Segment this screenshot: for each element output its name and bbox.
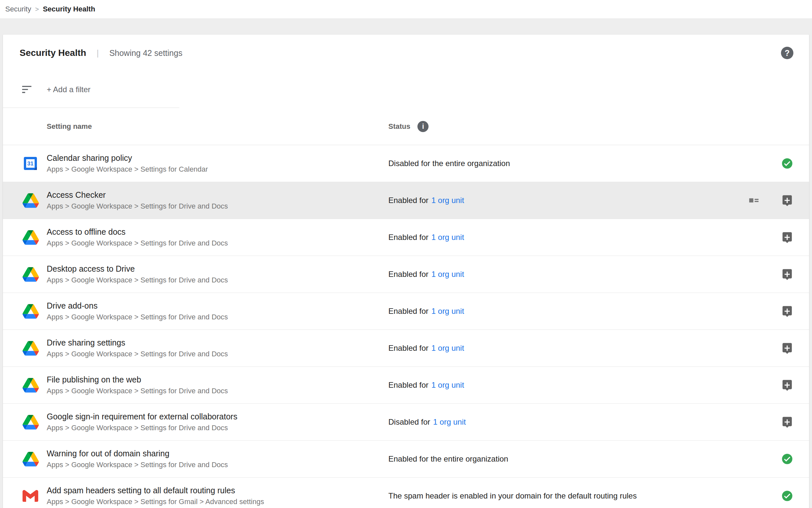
setting-path: Apps > Google Workspace > Settings for D…: [47, 424, 388, 432]
breadcrumb-current: Security Health: [43, 5, 95, 13]
status-text: Disabled for the entire organization: [388, 159, 510, 168]
add-badge-icon[interactable]: [781, 305, 794, 318]
status-link[interactable]: 1 org unit: [431, 381, 464, 390]
status-link[interactable]: 1 org unit: [431, 196, 464, 205]
status-text: Enabled for: [388, 344, 429, 353]
status-link[interactable]: 1 org unit: [431, 270, 464, 279]
status-text: Enabled for: [388, 196, 429, 205]
setting-name: Drive sharing settings: [47, 338, 388, 347]
settings-count-label: Showing 42 settings: [109, 48, 183, 58]
status-text: The spam header is enabled in your domai…: [388, 491, 636, 501]
setting-name: Add spam headers setting to all default …: [47, 485, 388, 495]
drive-icon: [22, 341, 39, 356]
setting-path: Apps > Google Workspace > Settings for D…: [47, 202, 388, 211]
setting-name: Access Checker: [47, 190, 388, 200]
table-row[interactable]: Desktop access to Drive Apps > Google Wo…: [3, 256, 809, 293]
add-badge-icon[interactable]: [781, 379, 794, 391]
table-row[interactable]: Google sign-in requirement for external …: [3, 404, 809, 441]
drive-icon: [22, 415, 39, 429]
check-circle-icon: [781, 490, 794, 502]
status-text: Enabled for: [388, 381, 429, 390]
filter-icon[interactable]: [20, 84, 33, 95]
check-circle-icon: [781, 453, 794, 465]
setting-name: Warning for out of domain sharing: [47, 449, 388, 458]
table-row[interactable]: Add spam headers setting to all default …: [3, 478, 809, 508]
table-row[interactable]: Drive sharing settings Apps > Google Wor…: [3, 330, 809, 367]
table-row[interactable]: Warning for out of domain sharing Apps >…: [3, 441, 809, 478]
status-text: Enabled for: [388, 233, 429, 242]
status-text: Disabled for: [388, 417, 430, 427]
gmail-icon: [22, 488, 38, 504]
add-badge-icon[interactable]: [781, 231, 794, 244]
status-link[interactable]: 1 org unit: [431, 233, 464, 242]
help-icon[interactable]: ?: [781, 47, 794, 59]
status-text: Enabled for: [388, 307, 429, 316]
add-badge-icon[interactable]: [781, 416, 794, 428]
status-link[interactable]: 1 org unit: [433, 417, 466, 427]
setting-name: Access to offline docs: [47, 227, 388, 237]
status-text: Enabled for: [388, 270, 429, 279]
settings-table-body: 31 Calendar sharing policy Apps > Google…: [3, 145, 809, 508]
column-status: Status: [388, 122, 410, 131]
add-badge-icon[interactable]: [781, 268, 794, 281]
add-filter-button[interactable]: + Add a filter: [47, 85, 91, 94]
setting-path: Apps > Google Workspace > Settings for D…: [47, 276, 388, 284]
breadcrumb-separator: >: [35, 6, 39, 13]
setting-path: Apps > Google Workspace > Settings for G…: [47, 498, 388, 506]
breadcrumb-parent[interactable]: Security: [5, 5, 31, 13]
org-units-icon: [748, 194, 760, 207]
setting-name: Calendar sharing policy: [47, 153, 388, 163]
setting-path: Apps > Google Workspace > Settings for D…: [47, 350, 388, 358]
setting-name: Google sign-in requirement for external …: [47, 412, 388, 421]
card-header: Security Health | Showing 42 settings ?: [3, 35, 809, 71]
drive-icon: [22, 267, 39, 282]
status-info-icon[interactable]: i: [418, 121, 429, 132]
table-row[interactable]: Access to offline docs Apps > Google Wor…: [3, 219, 809, 256]
breadcrumb: Security > Security Health: [0, 0, 812, 18]
svg-text:31: 31: [28, 161, 34, 167]
setting-path: Apps > Google Workspace > Settings for D…: [47, 239, 388, 248]
page-title: Security Health: [19, 48, 86, 58]
drive-icon: [22, 230, 39, 245]
drive-icon: [22, 452, 39, 466]
column-setting-name: Setting name: [47, 122, 92, 130]
add-badge-icon[interactable]: [781, 342, 794, 354]
table-row[interactable]: File publishing on the web Apps > Google…: [3, 367, 809, 404]
table-row[interactable]: Drive add-ons Apps > Google Workspace > …: [3, 293, 809, 330]
calendar-icon: 31: [22, 156, 38, 171]
setting-name: Desktop access to Drive: [47, 264, 388, 273]
table-row[interactable]: Access Checker Apps > Google Workspace >…: [3, 182, 809, 219]
setting-name: Drive add-ons: [47, 301, 388, 310]
setting-path: Apps > Google Workspace > Settings for D…: [47, 387, 388, 395]
setting-path: Apps > Google Workspace > Settings for C…: [47, 165, 388, 174]
check-circle-icon: [781, 157, 794, 170]
status-link[interactable]: 1 org unit: [431, 344, 464, 353]
drive-icon: [22, 304, 39, 319]
security-health-card: Security Health | Showing 42 settings ? …: [3, 35, 809, 508]
setting-path: Apps > Google Workspace > Settings for D…: [47, 313, 388, 321]
setting-name: File publishing on the web: [47, 375, 388, 384]
title-divider: |: [97, 48, 99, 58]
settings-table-header: Setting name Status i: [3, 108, 809, 145]
drive-icon: [22, 378, 39, 393]
drive-icon: [22, 193, 39, 208]
setting-path: Apps > Google Workspace > Settings for D…: [47, 461, 388, 469]
filter-bar: + Add a filter: [3, 71, 809, 108]
status-text: Enabled for the entire organization: [388, 454, 508, 464]
status-link[interactable]: 1 org unit: [431, 307, 464, 316]
table-row[interactable]: 31 Calendar sharing policy Apps > Google…: [3, 145, 809, 182]
add-badge-icon[interactable]: [781, 194, 794, 207]
